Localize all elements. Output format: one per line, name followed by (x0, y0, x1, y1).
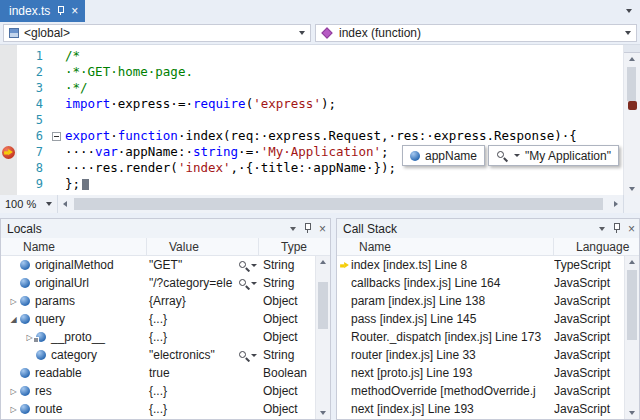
gutter-cell[interactable] (0, 112, 17, 128)
types-dropdown[interactable]: <global> (3, 24, 311, 42)
collapse-icon[interactable]: ◢ (7, 315, 20, 324)
zoom-selector[interactable]: 100 % (0, 195, 58, 213)
tab-overflow[interactable] (626, 0, 640, 22)
close-icon[interactable]: × (628, 223, 635, 235)
scroll-up-icon[interactable] (320, 260, 326, 264)
value-visualizer[interactable] (238, 260, 259, 271)
breakpoint-scroll-marker (628, 101, 637, 110)
gutter-cell[interactable] (0, 176, 17, 192)
splitter-grip[interactable] (624, 45, 640, 53)
document-tab[interactable]: index.ts × (0, 0, 85, 22)
scroll-up-icon[interactable] (629, 57, 635, 61)
scroll-down-icon[interactable] (629, 187, 635, 191)
locals-row[interactable]: ▷params{Array}Object (1, 292, 315, 310)
column-header-language[interactable]: Language (554, 238, 639, 255)
scrollbar-thumb[interactable] (318, 282, 328, 329)
magnifier-icon[interactable] (496, 150, 507, 161)
scrollbar-thumb[interactable] (627, 67, 636, 101)
callstack-row[interactable]: router [index.js] Line 33JavaScript (337, 346, 624, 364)
code-area[interactable]: /*·*·GET·home·page.·*/import·express·=·r… (63, 45, 623, 195)
scrollbar-track[interactable] (624, 65, 640, 183)
callstack-row[interactable]: methodOverride [methodOverride.jJavaScri… (337, 382, 624, 400)
locals-vertical-scrollbar[interactable] (315, 256, 330, 419)
chevron-down-icon[interactable] (514, 154, 520, 157)
gutter-cell[interactable] (0, 96, 17, 112)
datatip-value[interactable]: "My Application" (488, 145, 619, 166)
locals-row[interactable]: ▷route{...}Object (1, 400, 315, 418)
code-line[interactable]: /* (65, 48, 623, 64)
scroll-down-icon[interactable] (629, 411, 635, 415)
code-line[interactable]: import·express·=·require('express'); (65, 96, 623, 112)
column-header-type[interactable]: Type (259, 238, 330, 255)
code-line[interactable]: }; (65, 176, 623, 192)
scroll-left-icon[interactable] (63, 201, 67, 207)
fold-collapse-icon[interactable] (52, 132, 61, 141)
locals-panel-header[interactable]: Locals × (1, 219, 330, 238)
locals-name-cell: ◢query (1, 312, 147, 326)
frame-language: JavaScript (554, 312, 624, 326)
scrollbar-thumb[interactable] (74, 198, 603, 210)
gutter-cell[interactable] (0, 160, 17, 176)
locals-value-cell: {...} (147, 330, 259, 344)
scrollbar-track[interactable] (316, 268, 330, 407)
column-header-value[interactable]: Value (147, 238, 259, 255)
locals-row[interactable]: category"electronics"String (1, 346, 315, 364)
gutter-cell[interactable] (0, 64, 17, 80)
datatip-variable[interactable]: appName (402, 145, 485, 166)
scroll-up-icon[interactable] (629, 260, 635, 264)
window-position-icon[interactable] (599, 227, 605, 231)
close-icon[interactable]: × (319, 223, 326, 235)
callstack-row[interactable]: param [index.js] Line 138JavaScript (337, 292, 624, 310)
callstack-row[interactable]: callbacks [index.js] Line 164JavaScript (337, 274, 624, 292)
code-editor[interactable]: 123456789 /*·*·GET·home·page.·*/import·e… (0, 44, 640, 195)
expand-icon[interactable]: ▷ (7, 297, 20, 306)
gutter-cell[interactable] (0, 128, 17, 144)
code-token: string (193, 144, 238, 160)
scroll-down-icon[interactable] (320, 411, 326, 415)
editor-horizontal-scrollbar[interactable] (72, 195, 609, 213)
scrollbar-thumb[interactable] (627, 270, 637, 340)
locals-name-cell: category (1, 348, 147, 362)
window-position-icon[interactable] (290, 227, 296, 231)
scrollbar-track[interactable] (625, 268, 639, 407)
expand-icon[interactable]: ▷ (7, 387, 20, 396)
pin-icon[interactable] (56, 6, 65, 16)
gutter-cell[interactable] (0, 80, 17, 96)
editor-vertical-scrollbar[interactable] (623, 45, 640, 195)
scroll-right-icon[interactable] (614, 201, 618, 207)
locals-row[interactable]: ▷res{...}Object (1, 382, 315, 400)
callstack-vertical-scrollbar[interactable] (624, 256, 639, 419)
value-visualizer[interactable] (238, 350, 259, 361)
expand-icon[interactable]: ▷ (7, 405, 20, 414)
members-dropdown[interactable]: index (function) (315, 24, 637, 42)
locals-row[interactable]: readabletrueBoolean (1, 364, 315, 382)
frame-name: Router._dispatch [index.js] Line 173 (351, 330, 554, 344)
callstack-row[interactable]: next [index.js] Line 193JavaScript (337, 400, 624, 418)
value-visualizer[interactable] (238, 278, 259, 289)
column-header-name[interactable]: Name (337, 238, 554, 255)
locals-row[interactable]: originalUrl"/?category=eleString (1, 274, 315, 292)
gutter-cell[interactable] (0, 48, 17, 64)
code-line[interactable]: export·function·index(req:·express.Reque… (65, 128, 623, 144)
gutter-cell[interactable] (0, 144, 17, 160)
locals-row[interactable]: ◢query{...}Object (1, 310, 315, 328)
code-line[interactable] (65, 112, 623, 128)
vs-window: index.ts × <global> index (function) 123… (0, 0, 640, 420)
code-line[interactable]: ·*·GET·home·page. (65, 64, 623, 80)
callstack-row[interactable]: pass [index.js] Line 145JavaScript (337, 310, 624, 328)
locals-row[interactable]: ▷__proto__{...}Object (1, 328, 315, 346)
column-header-name[interactable]: Name (1, 238, 147, 255)
code-line[interactable]: ·*/ (65, 80, 623, 96)
pin-icon[interactable] (612, 223, 621, 234)
members-dropdown-value: index (function) (339, 26, 421, 40)
locals-row[interactable]: originalMethod"GET"String (1, 256, 315, 274)
callstack-row[interactable]: index [index.ts] Line 8TypeScript (337, 256, 624, 274)
breakpoint-margin[interactable] (0, 45, 17, 195)
callstack-panel-header[interactable]: Call Stack × (337, 219, 639, 238)
close-icon[interactable]: × (71, 5, 78, 17)
breakpoint-icon[interactable] (2, 146, 15, 159)
callstack-row[interactable]: next [proto.js] Line 193JavaScript (337, 364, 624, 382)
fold-margin[interactable] (49, 45, 63, 195)
callstack-row[interactable]: Router._dispatch [index.js] Line 173Java… (337, 328, 624, 346)
pin-icon[interactable] (303, 223, 312, 234)
